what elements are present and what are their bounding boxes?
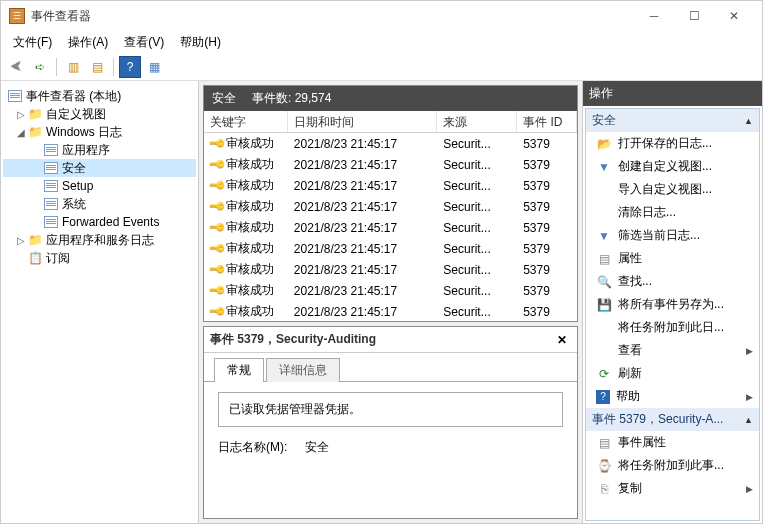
table-row[interactable]: 🔑审核成功2021/8/23 21:45:17Securit...5379: [204, 301, 577, 321]
chevron-right-icon: ▶: [746, 346, 753, 356]
event-rows[interactable]: 🔑审核成功2021/8/23 21:45:17Securit...5379🔑审核…: [204, 133, 577, 321]
cell-source: Securit...: [437, 242, 517, 256]
action-import-custom-view[interactable]: 导入自定义视图...: [586, 178, 759, 201]
expand-icon[interactable]: ▷: [15, 235, 27, 246]
cell-datetime: 2021/8/23 21:45:17: [288, 200, 438, 214]
titlebar: ☰ 事件查看器 ─ ☐ ✕: [1, 1, 762, 31]
table-row[interactable]: 🔑审核成功2021/8/23 21:45:17Securit...5379: [204, 175, 577, 196]
table-row[interactable]: 🔑审核成功2021/8/23 21:45:17Securit...5379: [204, 238, 577, 259]
col-id[interactable]: 事件 ID: [517, 111, 577, 132]
event-detail-panel: 事件 5379，Security-Auditing ✕ 常规 详细信息 已读取凭…: [203, 326, 578, 519]
forward-button[interactable]: ➪: [29, 56, 51, 78]
action-attach-task-event[interactable]: ⌚将任务附加到此事...: [586, 454, 759, 477]
action-filter-log[interactable]: ▼筛选当前日志...: [586, 224, 759, 247]
action-help[interactable]: ?帮助▶: [586, 385, 759, 408]
action-event-properties[interactable]: ▤事件属性: [586, 431, 759, 454]
folder-icon: 📁: [27, 107, 43, 121]
cell-keyword: 审核成功: [226, 135, 274, 152]
close-button[interactable]: ✕: [714, 3, 754, 29]
cell-keyword: 审核成功: [226, 303, 274, 320]
scope-pane-toggle[interactable]: ▥: [62, 56, 84, 78]
actions-group-security[interactable]: 安全 ▲: [586, 109, 759, 132]
cell-keyword: 审核成功: [226, 156, 274, 173]
tree-label: 自定义视图: [46, 106, 106, 123]
tree-forwarded[interactable]: Forwarded Events: [3, 213, 196, 231]
action-copy[interactable]: ⎘复制▶: [586, 477, 759, 500]
key-icon: 🔑: [207, 303, 226, 320]
table-row[interactable]: 🔑审核成功2021/8/23 21:45:17Securit...5379: [204, 154, 577, 175]
action-pane-toggle[interactable]: ▤: [86, 56, 108, 78]
actions-group-event[interactable]: 事件 5379，Security-A... ▲: [586, 408, 759, 431]
action-refresh[interactable]: ⟳刷新: [586, 362, 759, 385]
tree-system[interactable]: 系统: [3, 195, 196, 213]
cell-id: 5379: [517, 200, 577, 214]
action-view-submenu[interactable]: 查看▶: [586, 339, 759, 362]
log-icon: [43, 179, 59, 193]
tab-general[interactable]: 常规: [214, 358, 264, 382]
minimize-button[interactable]: ─: [634, 3, 674, 29]
col-source[interactable]: 来源: [437, 111, 517, 132]
logname-label: 日志名称(M):: [218, 439, 287, 456]
window-title: 事件查看器: [31, 8, 634, 25]
col-keyword[interactable]: 关键字: [204, 111, 288, 132]
tree-label: 安全: [62, 160, 86, 177]
detail-logname-row: 日志名称(M): 安全: [218, 439, 563, 456]
menu-help[interactable]: 帮助(H): [172, 32, 229, 53]
chevron-right-icon: ▶: [746, 392, 753, 402]
tree-app-service-logs[interactable]: ▷ 📁 应用程序和服务日志: [3, 231, 196, 249]
cell-datetime: 2021/8/23 21:45:17: [288, 137, 438, 151]
cell-id: 5379: [517, 284, 577, 298]
tree-label: 订阅: [46, 250, 70, 267]
tree-setup[interactable]: Setup: [3, 177, 196, 195]
action-open-saved-log[interactable]: 📂打开保存的日志...: [586, 132, 759, 155]
tree-security[interactable]: 安全: [3, 159, 196, 177]
blank-icon: [596, 205, 612, 221]
detail-message: 已读取凭据管理器凭据。: [218, 392, 563, 427]
col-datetime[interactable]: 日期和时间: [288, 111, 438, 132]
key-icon: 🔑: [207, 219, 226, 236]
detail-body: 已读取凭据管理器凭据。 日志名称(M): 安全: [204, 382, 577, 518]
cell-source: Securit...: [437, 137, 517, 151]
expand-icon[interactable]: ▷: [15, 109, 27, 120]
action-create-custom-view[interactable]: ▼创建自定义视图...: [586, 155, 759, 178]
log-icon: [7, 89, 23, 103]
table-row[interactable]: 🔑审核成功2021/8/23 21:45:17Securit...5379: [204, 259, 577, 280]
detail-title: 事件 5379，Security-Auditing: [210, 331, 553, 348]
cell-source: Securit...: [437, 221, 517, 235]
cell-source: Securit...: [437, 305, 517, 319]
action-properties[interactable]: ▤属性: [586, 247, 759, 270]
action-find[interactable]: 🔍查找...: [586, 270, 759, 293]
table-row[interactable]: 🔑审核成功2021/8/23 21:45:17Securit...5379: [204, 133, 577, 154]
back-button[interactable]: ⮜: [5, 56, 27, 78]
menu-view[interactable]: 查看(V): [116, 32, 172, 53]
collapse-icon: ▲: [744, 116, 753, 126]
table-row[interactable]: 🔑审核成功2021/8/23 21:45:17Securit...5379: [204, 217, 577, 238]
action-attach-task-log[interactable]: 将任务附加到此日...: [586, 316, 759, 339]
column-headers: 关键字 日期和时间 来源 事件 ID: [204, 111, 577, 133]
help-button[interactable]: ?: [119, 56, 141, 78]
tree-root[interactable]: 事件查看器 (本地): [3, 87, 196, 105]
tree-custom-views[interactable]: ▷ 📁 自定义视图: [3, 105, 196, 123]
navigation-tree[interactable]: 事件查看器 (本地) ▷ 📁 自定义视图 ◢ 📁 Windows 日志 应用程序…: [1, 81, 199, 523]
detail-close-button[interactable]: ✕: [553, 333, 571, 347]
blank-icon: [596, 320, 612, 336]
action-save-all-events[interactable]: 💾将所有事件另存为...: [586, 293, 759, 316]
tab-details[interactable]: 详细信息: [266, 358, 340, 382]
tree-windows-logs[interactable]: ◢ 📁 Windows 日志: [3, 123, 196, 141]
menu-action[interactable]: 操作(A): [60, 32, 116, 53]
list-header-count: 事件数: 29,574: [252, 90, 331, 107]
cell-id: 5379: [517, 158, 577, 172]
action-clear-log[interactable]: 清除日志...: [586, 201, 759, 224]
key-icon: 🔑: [207, 261, 226, 278]
properties-icon: ▤: [596, 251, 612, 267]
tree-root-label: 事件查看器 (本地): [26, 88, 121, 105]
tree-application[interactable]: 应用程序: [3, 141, 196, 159]
cell-keyword: 审核成功: [226, 177, 274, 194]
collapse-icon[interactable]: ◢: [15, 127, 27, 138]
preview-toggle[interactable]: ▦: [143, 56, 165, 78]
table-row[interactable]: 🔑审核成功2021/8/23 21:45:17Securit...5379: [204, 196, 577, 217]
table-row[interactable]: 🔑审核成功2021/8/23 21:45:17Securit...5379: [204, 280, 577, 301]
menu-file[interactable]: 文件(F): [5, 32, 60, 53]
tree-subscriptions[interactable]: 📋 订阅: [3, 249, 196, 267]
maximize-button[interactable]: ☐: [674, 3, 714, 29]
